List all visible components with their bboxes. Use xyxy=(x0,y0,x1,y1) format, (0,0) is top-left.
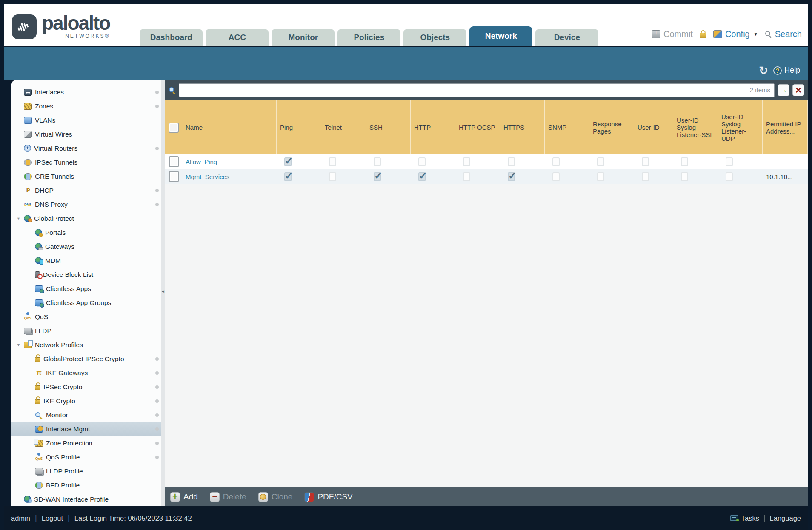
expand-caret-icon[interactable]: ▼ xyxy=(17,343,24,347)
filter-input[interactable] xyxy=(179,83,775,97)
apply-filter-button[interactable]: → xyxy=(778,84,789,96)
sidebar-item-clientless-apps[interactable]: ▼ Clientless Apps xyxy=(11,282,161,296)
search-button[interactable]: Search xyxy=(765,29,802,39)
column-header-name[interactable]: Name xyxy=(182,100,277,154)
column-header-permitted-ip-address[interactable]: Permitted IP Address... xyxy=(763,100,808,154)
sidebar-item-zones[interactable]: ▼ Zones xyxy=(11,99,161,113)
refresh-icon[interactable]: ↻ xyxy=(759,66,768,75)
sidebar-item-lldp[interactable]: ▼ LLDP xyxy=(11,324,161,338)
tab-dashboard[interactable]: Dashboard xyxy=(140,29,203,46)
sidebar-item-sd-wan-interface-profile[interactable]: ▼ SD-WAN Interface Profile xyxy=(11,492,161,506)
logout-link[interactable]: Logout xyxy=(42,514,63,522)
checkbox-ping[interactable] xyxy=(284,172,292,181)
row-checkbox[interactable] xyxy=(169,156,179,167)
checkbox-https[interactable] xyxy=(508,157,515,166)
sidebar-item-virtual-routers[interactable]: ▼ Virtual Routers xyxy=(11,141,161,155)
sidebar-collapse-strip[interactable]: ◄ xyxy=(161,80,165,506)
sidebar-item-vlans[interactable]: ▼ VLANs xyxy=(11,113,161,127)
column-header-user-id[interactable]: User-ID xyxy=(634,100,673,154)
sidebar-item-bfd-profile[interactable]: ▼ BFD Profile xyxy=(11,478,161,492)
sidebar-item-globalprotect[interactable]: ▼ GlobalProtect xyxy=(11,211,161,225)
checkbox-http[interactable] xyxy=(418,157,426,166)
column-header-http[interactable]: HTTP xyxy=(411,100,455,154)
checkbox-uid-syslog-udp[interactable] xyxy=(726,172,733,181)
tab-monitor[interactable]: Monitor xyxy=(272,29,335,46)
expand-caret-icon[interactable]: ▼ xyxy=(17,217,24,221)
checkbox-response-pages[interactable] xyxy=(597,172,604,181)
sidebar-item-virtual-wires[interactable]: ▼ Virtual Wires xyxy=(11,127,161,141)
sidebar-item-qos[interactable]: ▼ QoS xyxy=(11,310,161,324)
sidebar-item-globalprotect-ipsec-crypto[interactable]: ▼ GlobalProtect IPSec Crypto xyxy=(11,352,161,366)
sidebar-item-interfaces[interactable]: ▼ Interfaces xyxy=(11,85,161,99)
add-button[interactable]: Add xyxy=(170,492,198,502)
clear-filter-button[interactable]: × xyxy=(792,84,804,96)
column-header-user-id-syslog-listener-udp[interactable]: User-ID Syslog Listener-UDP xyxy=(718,100,763,154)
sidebar-item-clientless-app-groups[interactable]: ▼ Clientless App Groups xyxy=(11,296,161,310)
checkbox-https[interactable] xyxy=(508,172,515,181)
collapse-arrow-icon[interactable]: ◄ xyxy=(161,289,165,293)
sidebar-item-mdm[interactable]: ▼ MDM xyxy=(11,254,161,268)
checkbox-user-id[interactable] xyxy=(642,172,649,181)
pdf-csv-button[interactable]: PDF/CSV xyxy=(304,492,352,502)
checkbox-uid-syslog-udp[interactable] xyxy=(726,157,733,166)
column-header-https[interactable]: HTTPS xyxy=(500,100,545,154)
column-header-response-pages[interactable]: Response Pages xyxy=(589,100,634,154)
sidebar-item-ipsec-crypto[interactable]: ▼ IPSec Crypto xyxy=(11,380,161,394)
column-header-snmp[interactable]: SNMP xyxy=(545,100,589,154)
checkbox-response-pages[interactable] xyxy=(597,157,604,166)
checkbox-telnet[interactable] xyxy=(329,157,336,166)
sidebar-item-zone-protection[interactable]: ▼ Zone Protection xyxy=(11,436,161,450)
checkbox-snmp[interactable] xyxy=(552,172,560,181)
checkbox-user-id[interactable] xyxy=(642,157,649,166)
sidebar-item-qos-profile[interactable]: ▼ QoS Profile xyxy=(11,450,161,464)
sidebar-item-dns-proxy[interactable]: ▼ DNS Proxy xyxy=(11,197,161,211)
checkbox-uid-syslog-ssl[interactable] xyxy=(681,172,688,181)
checkbox-ssh[interactable] xyxy=(374,157,381,166)
checkbox-ssh[interactable] xyxy=(374,172,381,181)
tab-network[interactable]: Network xyxy=(469,26,532,46)
sidebar-item-ike-crypto[interactable]: ▼ IKE Crypto xyxy=(11,394,161,408)
checkbox-telnet[interactable] xyxy=(329,172,336,181)
checkbox-snmp[interactable] xyxy=(552,157,560,166)
sidebar-item-interface-mgmt[interactable]: ▼ Interface Mgmt xyxy=(11,422,161,436)
checkbox-ping[interactable] xyxy=(284,157,292,166)
column-header-ping[interactable]: Ping xyxy=(277,100,321,154)
tab-acc[interactable]: ACC xyxy=(206,29,269,46)
language-button[interactable]: Language xyxy=(770,514,801,522)
sidebar-item-portals[interactable]: ▼ Portals xyxy=(11,225,161,239)
qos-icon xyxy=(24,313,32,320)
sidebar-item-monitor[interactable]: ▼ Monitor xyxy=(11,408,161,422)
tasks-button[interactable]: Tasks xyxy=(730,514,759,522)
tab-objects[interactable]: Objects xyxy=(403,29,466,46)
sidebar-item-lldp-profile[interactable]: ▼ LLDP Profile xyxy=(11,464,161,478)
commit-button[interactable]: Commit xyxy=(652,29,693,39)
filter-bar: 2 items → × xyxy=(165,80,808,100)
sidebar-item-dhcp[interactable]: ▼ DHCP xyxy=(11,183,161,197)
sidebar-item-ipsec-tunnels[interactable]: ▼ IPSec Tunnels xyxy=(11,155,161,169)
lock-icon[interactable] xyxy=(700,33,706,38)
sidebar-item-label: Network Profiles xyxy=(35,341,153,349)
checkbox-uid-syslog-ssl[interactable] xyxy=(681,157,688,166)
column-header-ssh[interactable]: SSH xyxy=(366,100,411,154)
tab-policies[interactable]: Policies xyxy=(337,29,400,46)
select-all-checkbox[interactable] xyxy=(169,123,179,133)
sidebar-item-gateways[interactable]: ▼ Gateways xyxy=(11,239,161,254)
config-button[interactable]: Config ▼ xyxy=(713,29,758,39)
sidebar-item-gre-tunnels[interactable]: ▼ GRE Tunnels xyxy=(11,169,161,183)
checkbox-http-ocsp[interactable] xyxy=(463,157,470,166)
column-header-telnet[interactable]: Telnet xyxy=(321,100,366,154)
help-button[interactable]: ? Help xyxy=(773,66,800,75)
checkbox-http-ocsp[interactable] xyxy=(463,172,470,181)
tab-device[interactable]: Device xyxy=(535,29,598,46)
row-name-link[interactable]: Mgmt_Services xyxy=(186,173,229,180)
column-header-user-id-syslog-listener-ssl[interactable]: User-ID Syslog Listener-SSL xyxy=(673,100,718,154)
row-name-link[interactable]: Allow_Ping xyxy=(186,158,217,165)
column-header-label: HTTPS xyxy=(503,124,524,131)
sidebar-item-ike-gateways[interactable]: ▼ IKE Gateways xyxy=(11,366,161,380)
column-header-http-ocsp[interactable]: HTTP OCSP xyxy=(455,100,500,154)
name-cell: Allow_Ping xyxy=(182,154,277,169)
sidebar-item-network-profiles[interactable]: ▼ Network Profiles xyxy=(11,338,161,352)
checkbox-http[interactable] xyxy=(418,172,426,181)
row-checkbox[interactable] xyxy=(169,171,179,182)
sidebar-item-device-block-list[interactable]: ▼ Device Block List xyxy=(11,268,161,282)
